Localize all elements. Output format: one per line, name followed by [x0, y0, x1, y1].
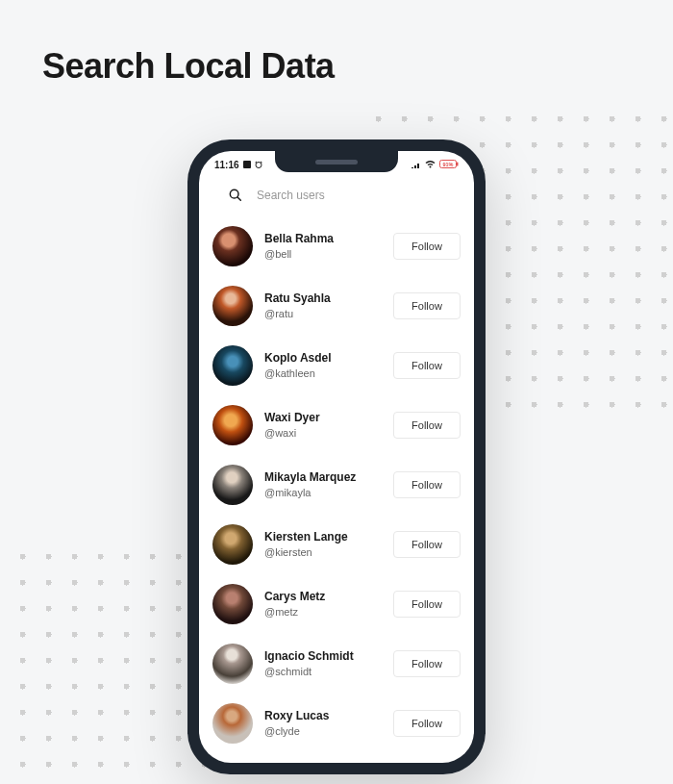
avatar [212, 226, 253, 266]
list-item[interactable]: Koplo Asdel @kathleen Follow [212, 336, 461, 395]
avatar [212, 405, 253, 445]
avatar [212, 703, 253, 744]
user-info: Mikayla Marquez @mikayla [264, 470, 382, 499]
avatar [212, 584, 253, 624]
status-alarm-icon [255, 160, 262, 170]
user-name: Waxi Dyer [264, 411, 382, 426]
user-handle: @ratu [264, 307, 382, 320]
follow-button[interactable]: Follow [393, 591, 461, 618]
list-item[interactable]: Waxi Dyer @waxi Follow [212, 395, 461, 455]
search-input[interactable] [257, 189, 451, 202]
svg-line-8 [237, 197, 240, 200]
user-handle: @schmidt [264, 665, 382, 678]
user-name: Mikayla Marquez [264, 470, 382, 486]
follow-button[interactable]: Follow [393, 531, 461, 558]
page-title: Search Local Data [42, 46, 335, 87]
user-info: Carys Metz @metz [264, 590, 382, 619]
user-name: Carys Metz [264, 590, 382, 605]
avatar [212, 345, 253, 386]
user-info: Koplo Asdel @kathleen [264, 351, 382, 380]
search-bar[interactable] [199, 178, 474, 211]
list-item[interactable]: Ignacio Schmidt @schmidt Follow [212, 634, 461, 694]
follow-button[interactable]: Follow [393, 412, 461, 439]
user-info: Bella Rahma @bell [264, 232, 382, 261]
user-info: Roxy Lucas @clyde [264, 709, 382, 738]
follow-button[interactable]: Follow [393, 471, 461, 498]
user-handle: @mikayla [264, 486, 382, 499]
user-info: Kiersten Lange @kiersten [264, 530, 382, 559]
status-signal-icon [411, 160, 421, 170]
user-list: Bella Rahma @bell Follow Ratu Syahla @ra… [199, 211, 474, 753]
phone-frame: 11:16 91% [187, 139, 486, 774]
user-name: Bella Rahma [264, 232, 382, 247]
avatar [212, 286, 253, 326]
search-icon [228, 188, 243, 203]
status-app-icon [243, 160, 251, 170]
user-info: Ratu Syahla @ratu [264, 291, 382, 320]
svg-text:91%: 91% [442, 161, 453, 166]
follow-button[interactable]: Follow [393, 352, 461, 379]
user-handle: @clyde [264, 724, 382, 738]
list-item[interactable]: Carys Metz @metz Follow [212, 574, 461, 634]
list-item[interactable]: Ratu Syahla @ratu Follow [212, 276, 461, 336]
svg-rect-5 [457, 162, 459, 165]
user-name: Ratu Syahla [264, 291, 382, 307]
status-time: 11:16 [214, 160, 239, 170]
user-name: Kiersten Lange [264, 530, 382, 545]
status-wifi-icon [425, 160, 436, 170]
list-item[interactable]: Bella Rahma @bell Follow [212, 216, 461, 276]
user-name: Roxy Lucas [264, 709, 382, 724]
user-handle: @bell [264, 247, 382, 261]
status-battery-icon: 91% [439, 160, 459, 170]
phone-notch [275, 151, 398, 172]
user-info: Ignacio Schmidt @schmidt [264, 649, 382, 678]
user-name: Ignacio Schmidt [264, 649, 382, 665]
user-name: Koplo Asdel [264, 351, 382, 367]
follow-button[interactable]: Follow [393, 710, 461, 737]
avatar [212, 524, 253, 565]
list-item[interactable]: Roxy Lucas @clyde Follow [212, 694, 461, 753]
svg-rect-0 [243, 161, 251, 168]
phone-screen: 11:16 91% [199, 151, 474, 763]
avatar [212, 644, 253, 684]
svg-point-1 [256, 162, 262, 167]
follow-button[interactable]: Follow [393, 650, 461, 677]
user-handle: @waxi [264, 426, 382, 440]
user-handle: @kathleen [264, 367, 382, 380]
list-item[interactable]: Kiersten Lange @kiersten Follow [212, 515, 461, 574]
follow-button[interactable]: Follow [393, 292, 461, 319]
user-handle: @kiersten [264, 545, 382, 559]
user-handle: @metz [264, 605, 382, 619]
avatar [212, 465, 253, 505]
list-item[interactable]: Mikayla Marquez @mikayla Follow [212, 455, 461, 515]
follow-button[interactable]: Follow [393, 233, 461, 260]
user-info: Waxi Dyer @waxi [264, 411, 382, 440]
